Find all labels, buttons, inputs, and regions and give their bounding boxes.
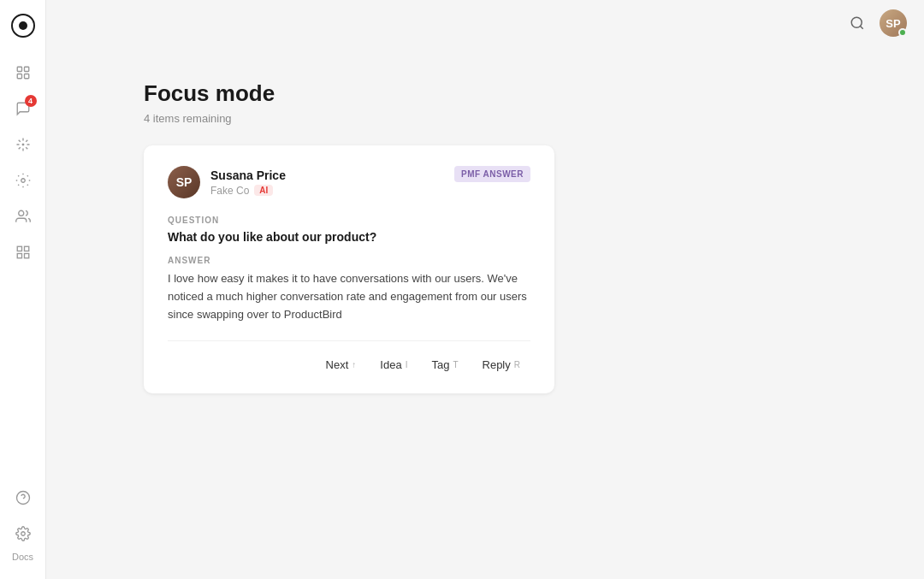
online-status-indicator [898, 28, 907, 37]
app-logo[interactable] [8, 10, 38, 41]
search-button[interactable] [845, 11, 869, 35]
svg-point-16 [851, 17, 862, 27]
svg-rect-4 [17, 74, 21, 79]
sidebar-item-focus[interactable] [8, 129, 38, 160]
question-label: QUESTION [168, 216, 530, 225]
svg-rect-12 [24, 254, 28, 258]
question-text: What do you like about our product? [168, 230, 530, 244]
svg-rect-5 [24, 74, 28, 79]
sidebar-item-grid[interactable] [8, 237, 38, 268]
idea-button[interactable]: Idea I [370, 353, 418, 376]
sidebar-item-settings[interactable] [8, 518, 38, 549]
card-header: SP Susana Price Fake Co AI PMF ANSWER [168, 166, 530, 198]
focus-card: SP Susana Price Fake Co AI PMF ANSWER QU… [144, 145, 554, 393]
svg-rect-2 [17, 67, 21, 71]
user-avatar: SP [168, 166, 200, 198]
docs-link[interactable]: Docs [12, 552, 33, 562]
svg-point-6 [22, 144, 24, 145]
user-tag: AI [254, 185, 273, 196]
sidebar-item-notifications[interactable]: 4 [8, 93, 38, 124]
user-company: Fake Co [210, 185, 249, 197]
sidebar-item-users[interactable] [8, 201, 38, 232]
svg-point-1 [19, 21, 27, 30]
svg-rect-10 [24, 246, 28, 251]
svg-rect-11 [17, 254, 21, 258]
items-remaining: 4 items remaining [144, 112, 873, 125]
notifications-badge: 4 [25, 95, 37, 107]
topbar: SP [46, 0, 924, 46]
next-button[interactable]: Next ↑ [316, 353, 367, 376]
tag-button[interactable]: Tag T [421, 353, 468, 376]
svg-point-8 [18, 210, 23, 216]
pmf-badge: PMF ANSWER [454, 166, 530, 182]
svg-rect-9 [17, 246, 21, 251]
answer-section: ANSWER I love how easy it makes it to ha… [168, 256, 530, 323]
page-title: Focus mode [144, 80, 873, 107]
main-content: Focus mode 4 items remaining SP Susana P… [92, 46, 924, 579]
svg-point-15 [21, 532, 25, 536]
reply-button[interactable]: Reply R [472, 353, 530, 376]
svg-rect-3 [24, 67, 28, 71]
svg-line-17 [860, 26, 862, 28]
svg-point-7 [21, 179, 25, 183]
card-footer: Next ↑ Idea I Tag T Reply R [168, 340, 530, 376]
sidebar-item-help[interactable] [8, 482, 38, 513]
user-meta: Fake Co AI [210, 185, 286, 197]
user-info: Susana Price Fake Co AI [210, 168, 286, 197]
user-avatar-container[interactable]: SP [880, 9, 907, 37]
sidebar: 4 Docs [0, 0, 46, 579]
answer-label: ANSWER [168, 256, 530, 265]
sidebar-item-integrations[interactable] [8, 57, 38, 88]
card-user: SP Susana Price Fake Co AI [168, 166, 286, 198]
answer-text: I love how easy it makes it to have conv… [168, 270, 530, 323]
question-section: QUESTION What do you like about our prod… [168, 216, 530, 244]
user-name: Susana Price [210, 168, 286, 182]
sidebar-item-ideas[interactable] [8, 165, 38, 196]
svg-point-13 [16, 492, 29, 505]
